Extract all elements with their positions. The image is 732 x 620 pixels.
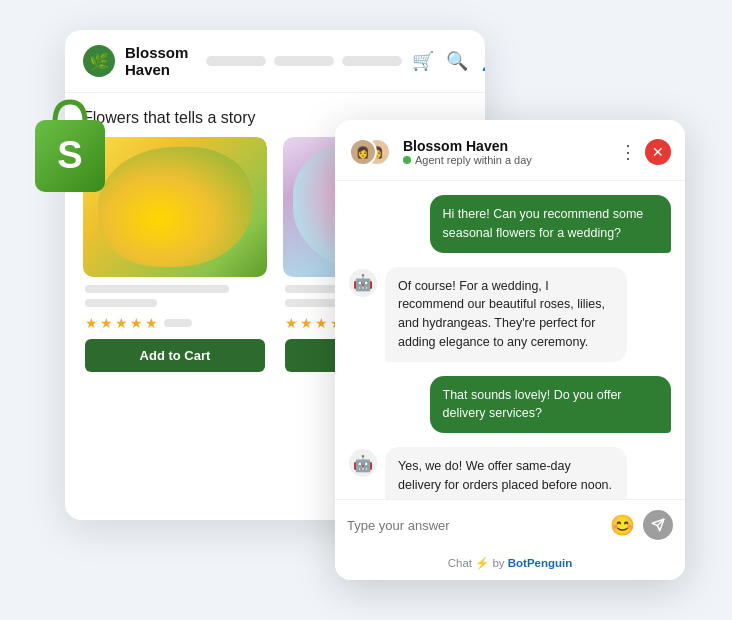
chat-messages: Hi there! Can you recommend some seasona… xyxy=(335,181,685,499)
message-row-4: 🤖 Yes, we do! We offer same-day delivery… xyxy=(349,447,671,499)
nav-pill-2 xyxy=(274,56,334,66)
chat-status: Agent reply within a day xyxy=(403,154,609,166)
product-info-1: ★ ★ ★ ★ ★ Add to Cart xyxy=(83,277,267,380)
store-nav-pills xyxy=(206,56,402,66)
store-logo-icon: 🌿 xyxy=(83,45,115,77)
agent-avatar-1: 👩 xyxy=(349,138,377,166)
star-count-bar xyxy=(164,319,192,327)
store-header: 🌿 Blossom Haven 🛒 🔍 👤 xyxy=(65,30,485,93)
star-4: ★ xyxy=(130,315,143,331)
nav-pill-1 xyxy=(206,56,266,66)
lightning-icon: ⚡ xyxy=(475,557,492,569)
message-row-3: That sounds lovely! Do you offer deliver… xyxy=(349,376,671,434)
bot-avatar-2: 🤖 xyxy=(349,449,377,477)
chat-header-info: Blossom Haven Agent reply within a day xyxy=(403,138,609,166)
store-icons: 🛒 🔍 👤 xyxy=(412,50,485,72)
message-row-1: Hi there! Can you recommend some seasona… xyxy=(349,195,671,253)
more-options-button[interactable]: ⋮ xyxy=(619,141,637,163)
chat-status-text: Agent reply within a day xyxy=(415,154,532,166)
product-stars-1: ★ ★ ★ ★ ★ xyxy=(85,315,265,331)
account-icon[interactable]: 👤 xyxy=(480,50,485,72)
product-price-bar-1 xyxy=(85,299,157,307)
add-to-cart-button-1[interactable]: Add to Cart xyxy=(85,339,265,372)
footer-by-label: by xyxy=(492,557,504,569)
star-3: ★ xyxy=(115,315,128,331)
status-dot xyxy=(403,156,411,164)
footer-brand-name: BotPenguin xyxy=(508,557,573,569)
emoji-button[interactable]: 😊 xyxy=(610,513,635,537)
close-chat-button[interactable]: ✕ xyxy=(645,139,671,165)
chat-window: 👩 👩 Blossom Haven Agent reply within a d… xyxy=(335,120,685,580)
star-1: ★ xyxy=(85,315,98,331)
search-icon[interactable]: 🔍 xyxy=(446,50,468,72)
chat-footer: Chat ⚡ by BotPenguin xyxy=(335,550,685,580)
star-2b: ★ xyxy=(300,315,313,331)
footer-chat-label: Chat xyxy=(448,557,472,569)
star-3b: ★ xyxy=(315,315,328,331)
bot-avatar-1: 🤖 xyxy=(349,269,377,297)
nav-pill-3 xyxy=(342,56,402,66)
chat-brand-name: Blossom Haven xyxy=(403,138,609,154)
send-button[interactable] xyxy=(643,510,673,540)
star-2: ★ xyxy=(100,315,113,331)
message-row-2: 🤖 Of course! For a wedding, I recommend … xyxy=(349,267,671,362)
cart-icon[interactable]: 🛒 xyxy=(412,50,434,72)
chat-header: 👩 👩 Blossom Haven Agent reply within a d… xyxy=(335,120,685,181)
chat-avatar-group: 👩 👩 xyxy=(349,134,393,170)
star-1b: ★ xyxy=(285,315,298,331)
chat-header-actions: ⋮ ✕ xyxy=(619,139,671,165)
chat-input-area: 😊 xyxy=(335,499,685,550)
shopify-bag: S xyxy=(20,90,130,210)
bot-message-2: Yes, we do! We offer same-day delivery f… xyxy=(385,447,627,499)
star-half: ★ xyxy=(145,315,158,331)
user-message-2: That sounds lovely! Do you offer deliver… xyxy=(430,376,672,434)
store-name: Blossom Haven xyxy=(125,44,188,78)
product-title-bar-1 xyxy=(85,285,229,293)
user-message-1: Hi there! Can you recommend some seasona… xyxy=(430,195,672,253)
svg-text:S: S xyxy=(57,134,82,176)
bot-message-1: Of course! For a wedding, I recommend ou… xyxy=(385,267,627,362)
chat-input-field[interactable] xyxy=(347,518,602,533)
